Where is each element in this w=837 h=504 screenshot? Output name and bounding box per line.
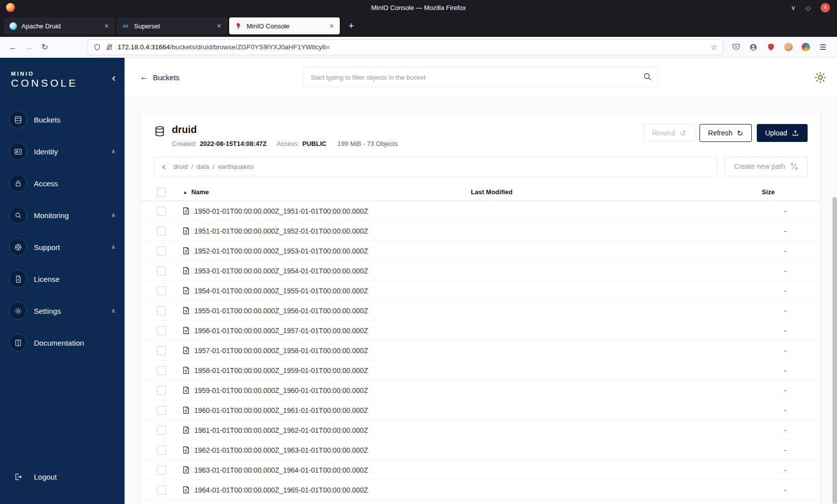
object-row[interactable]: 1958-01-01T00:00:00.000Z_1959-01-01T00:0…	[141, 361, 821, 380]
bookmark-star-icon[interactable]: ☆	[711, 43, 717, 52]
object-row[interactable]: 1960-01-01T00:00:00.000Z_1961-01-01T00:0…	[141, 400, 821, 420]
ublock-shield-icon[interactable]	[766, 42, 776, 52]
sidebar-item-settings[interactable]: Settings ∧	[0, 297, 125, 324]
tab-apache-druid[interactable]: Apache Druid ×	[4, 17, 115, 34]
window-minimize-button[interactable]: ∨	[791, 4, 796, 11]
extension-pinwheel-icon[interactable]	[801, 42, 811, 52]
row-checkbox[interactable]	[157, 286, 166, 295]
row-checkbox[interactable]	[157, 346, 166, 355]
created-label: Created:	[172, 140, 197, 147]
object-name: 1962-01-01T00:00:00.000Z_1963-01-01T00:0…	[194, 446, 368, 454]
row-checkbox[interactable]	[157, 406, 166, 415]
tab-close-icon[interactable]: ×	[216, 22, 222, 30]
insecure-lock-icon[interactable]	[106, 43, 113, 51]
row-checkbox[interactable]	[157, 486, 166, 495]
window-close-button[interactable]: ×	[821, 3, 830, 12]
object-file-icon	[182, 406, 190, 414]
select-all-checkbox[interactable]	[157, 188, 166, 197]
sidebar-collapse-button[interactable]: ‹	[112, 73, 116, 84]
sidebar-item-identity[interactable]: Identity ∧	[0, 138, 125, 165]
pocket-icon[interactable]	[731, 42, 741, 52]
object-name: 1963-01-01T00:00:00.000Z_1964-01-01T00:0…	[194, 466, 368, 474]
upload-button[interactable]: Upload	[757, 124, 808, 142]
object-row[interactable]: 1962-01-01T00:00:00.000Z_1963-01-01T00:0…	[141, 440, 821, 460]
object-size: -	[762, 327, 822, 335]
url-text[interactable]: 172.18.0.4:31664/buckets/druid/browse/ZG…	[118, 43, 706, 51]
object-size: -	[762, 307, 822, 315]
row-checkbox[interactable]	[157, 386, 166, 395]
back-button[interactable]: ←	[5, 40, 21, 55]
object-row[interactable]: 1963-01-01T00:00:00.000Z_1964-01-01T00:0…	[141, 460, 821, 480]
object-row[interactable]: 1959-01-01T00:00:00.000Z_1960-01-01T00:0…	[141, 380, 821, 400]
row-checkbox[interactable]	[157, 207, 166, 216]
tab-bar: Apache Druid × ∞ Superset × MinIO Consol…	[0, 15, 837, 37]
object-row[interactable]: 1964-01-01T00:00:00.000Z_1965-01-01T00:0…	[141, 480, 821, 500]
object-size: -	[762, 446, 822, 454]
sidebar-item-monitoring[interactable]: Monitoring ∧	[0, 202, 125, 229]
row-checkbox[interactable]	[157, 227, 166, 236]
sidebar-item-license[interactable]: License	[0, 265, 125, 292]
tab-close-icon[interactable]: ×	[329, 22, 335, 30]
url-bar[interactable]: 172.18.0.4:31664/buckets/druid/browse/ZG…	[88, 39, 723, 55]
logout-icon	[9, 468, 27, 486]
object-row[interactable]: 1956-01-01T00:00:00.000Z_1957-01-01T00:0…	[141, 321, 821, 341]
rewind-button[interactable]: Rewind ↺	[644, 124, 695, 142]
window-title: MinIO Console — Mozilla Firefox	[0, 4, 837, 11]
new-tab-button[interactable]: +	[344, 18, 359, 33]
create-new-path-button[interactable]: Create new path	[724, 156, 808, 176]
object-size: -	[762, 207, 822, 215]
object-row[interactable]: 1954-01-01T00:00:00.000Z_1955-01-01T00:0…	[141, 281, 821, 301]
hamburger-menu-icon[interactable]: ☰	[818, 42, 828, 52]
avatar-icon[interactable]	[783, 42, 793, 52]
refresh-button[interactable]: Refresh ↻	[699, 124, 752, 142]
row-checkbox[interactable]	[157, 426, 166, 435]
reload-button[interactable]: ↻	[37, 40, 53, 55]
object-filter-input[interactable]	[303, 67, 659, 87]
object-row[interactable]: 1955-01-01T00:00:00.000Z_1956-01-01T00:0…	[141, 301, 821, 321]
object-name: 1956-01-01T00:00:00.000Z_1957-01-01T00:0…	[194, 327, 368, 335]
object-row[interactable]: 1953-01-01T00:00:00.000Z_1954-01-01T00:0…	[141, 261, 821, 281]
console-settings-gear-icon[interactable]	[814, 71, 827, 84]
column-header-name[interactable]: ▲ Name	[176, 188, 471, 196]
row-checkbox[interactable]	[157, 266, 166, 275]
object-row[interactable]: 1952-01-01T00:00:00.000Z_1953-01-01T00:0…	[141, 241, 821, 261]
scrollbar-thumb[interactable]	[833, 197, 837, 504]
window-maximize-button[interactable]: ◇	[806, 4, 811, 11]
row-checkbox[interactable]	[157, 366, 166, 375]
sidebar-item-logout[interactable]: Logout	[0, 463, 125, 490]
tab-superset[interactable]: ∞ Superset ×	[117, 17, 227, 34]
table-header-row: ▲ Name Last Modified Size	[141, 183, 821, 201]
forward-button[interactable]: →	[21, 40, 37, 55]
breadcrumb-segment[interactable]: druid	[173, 163, 188, 170]
object-size: -	[762, 406, 822, 414]
breadcrumb-segment[interactable]: earthquakes	[218, 163, 254, 170]
row-checkbox[interactable]	[157, 466, 166, 475]
sidebar-item-support[interactable]: Support ∧	[0, 234, 125, 260]
back-to-buckets-link[interactable]: ← Buckets	[140, 72, 179, 82]
object-row[interactable]: 1951-01-01T00:00:00.000Z_1952-01-01T00:0…	[141, 221, 821, 241]
row-checkbox[interactable]	[157, 306, 166, 315]
sidebar-item-buckets[interactable]: Buckets	[0, 106, 125, 133]
row-checkbox[interactable]	[157, 247, 166, 255]
path-back-chevron-icon[interactable]: ‹	[154, 157, 173, 176]
profile-icon[interactable]	[748, 42, 758, 52]
object-row[interactable]: 1950-01-01T00:00:00.000Z_1951-01-01T00:0…	[141, 201, 821, 221]
tab-minio-console[interactable]: MinIO Console ×	[229, 17, 340, 34]
sidebar-item-documentation[interactable]: Documentation	[0, 329, 125, 356]
object-size: -	[762, 466, 822, 474]
tracking-protection-shield-icon[interactable]	[93, 43, 101, 51]
chevron-up-icon: ∧	[111, 212, 116, 219]
support-icon	[9, 238, 27, 256]
page-header: ← Buckets	[125, 58, 837, 97]
row-checkbox[interactable]	[157, 446, 166, 455]
access-label: Access:	[277, 140, 299, 147]
tab-label: Apache Druid	[21, 22, 104, 30]
tab-close-icon[interactable]: ×	[104, 22, 110, 30]
minio-logo-top: MINIO	[11, 71, 114, 77]
sidebar-item-access[interactable]: Access	[0, 170, 125, 197]
breadcrumb-segment[interactable]: data	[197, 163, 209, 170]
object-row[interactable]: 1957-01-01T00:00:00.000Z_1958-01-01T00:0…	[141, 341, 821, 361]
object-file-icon	[182, 426, 190, 434]
object-row[interactable]: 1961-01-01T00:00:00.000Z_1962-01-01T00:0…	[141, 420, 821, 440]
row-checkbox[interactable]	[157, 326, 166, 335]
